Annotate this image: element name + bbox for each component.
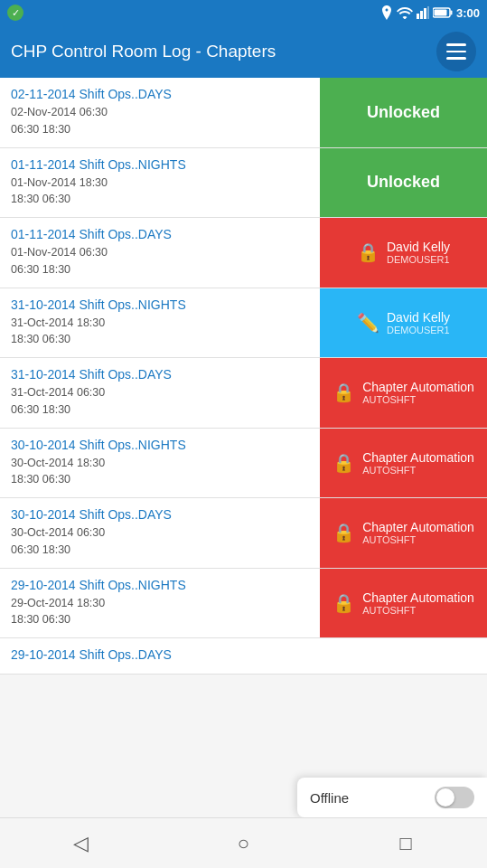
lock-sub-7: AUTOSHFT bbox=[362, 534, 474, 545]
log-info-1: 02-11-2014 Shift Ops..DAYS02-Nov-2014 06… bbox=[0, 78, 320, 147]
home-icon: ○ bbox=[238, 832, 249, 855]
log-date-7: 30-Oct-2014 06:30 bbox=[11, 524, 309, 542]
log-title-6: 30-10-2014 Shift Ops..NIGHTS bbox=[11, 438, 309, 452]
menu-line-1 bbox=[446, 43, 466, 46]
log-row-1[interactable]: 02-11-2014 Shift Ops..DAYS02-Nov-2014 06… bbox=[0, 78, 487, 148]
log-row-5[interactable]: 31-10-2014 Shift Ops..DAYS31-Oct-2014 06… bbox=[0, 358, 487, 429]
log-time-1: 06:30 18:30 bbox=[11, 121, 309, 138]
status-btn-7[interactable]: 🔒Chapter AutomationAUTOSHFT bbox=[320, 498, 487, 568]
log-row-3[interactable]: 01-11-2014 Shift Ops..DAYS01-Nov-2014 06… bbox=[0, 218, 487, 288]
log-row-9[interactable]: 29-10-2014 Shift Ops..DAYS bbox=[0, 638, 487, 675]
log-row-6[interactable]: 30-10-2014 Shift Ops..NIGHTS30-Oct-2014 … bbox=[0, 429, 487, 499]
status-time: 3:00 bbox=[456, 6, 480, 20]
lock-user-5: Chapter Automation bbox=[362, 380, 474, 394]
lock-icon-8: 🔒 bbox=[332, 592, 355, 614]
wifi-icon bbox=[397, 6, 413, 19]
log-row-7[interactable]: 30-10-2014 Shift Ops..DAYS30-Oct-2014 06… bbox=[0, 498, 487, 569]
log-time-2: 18:30 06:30 bbox=[11, 191, 309, 208]
svg-rect-1 bbox=[420, 11, 423, 19]
back-button[interactable]: ◁ bbox=[61, 824, 101, 863]
page-title: CHP Control Room Log - Chapters bbox=[11, 42, 276, 61]
menu-button[interactable] bbox=[436, 32, 476, 71]
log-date-1: 02-Nov-2014 06:30 bbox=[11, 104, 309, 121]
log-title-5: 31-10-2014 Shift Ops..DAYS bbox=[11, 367, 309, 382]
svg-rect-0 bbox=[417, 14, 419, 19]
lock-user-6: Chapter Automation bbox=[362, 450, 474, 465]
log-title-9: 29-10-2014 Shift Ops..DAYS bbox=[11, 647, 476, 662]
status-btn-2[interactable]: Unlocked bbox=[320, 148, 487, 218]
log-info-7: 30-10-2014 Shift Ops..DAYS30-Oct-2014 06… bbox=[0, 498, 320, 568]
app-header: CHP Control Room Log - Chapters bbox=[0, 25, 487, 78]
log-info-2: 01-11-2014 Shift Ops..NIGHTS01-Nov-2014 … bbox=[0, 148, 320, 218]
check-status: ✓ bbox=[7, 5, 23, 21]
lock-icon-7: 🔒 bbox=[332, 522, 355, 543]
status-btn-8[interactable]: 🔒Chapter AutomationAUTOSHFT bbox=[320, 569, 487, 638]
lock-sub-6: AUTOSHFT bbox=[362, 465, 474, 476]
log-date-5: 31-Oct-2014 06:30 bbox=[11, 384, 309, 401]
menu-line-2 bbox=[446, 51, 466, 53]
svg-rect-6 bbox=[434, 10, 446, 16]
svg-rect-2 bbox=[424, 8, 426, 19]
log-info-9: 29-10-2014 Shift Ops..DAYS bbox=[0, 638, 487, 674]
lock-sub-8: AUTOSHFT bbox=[362, 605, 474, 616]
log-date-2: 01-Nov-2014 18:30 bbox=[11, 175, 309, 192]
log-time-3: 06:30 18:30 bbox=[11, 261, 309, 278]
lock-sub-3: DEMOUSER1 bbox=[387, 254, 450, 265]
status-btn-6[interactable]: 🔒Chapter AutomationAUTOSHFT bbox=[320, 429, 487, 498]
battery-icon bbox=[433, 7, 453, 18]
log-info-5: 31-10-2014 Shift Ops..DAYS31-Oct-2014 06… bbox=[0, 358, 320, 428]
lock-user-8: Chapter Automation bbox=[362, 590, 474, 605]
toggle-thumb bbox=[436, 788, 454, 807]
log-time-6: 18:30 06:30 bbox=[11, 471, 309, 488]
recents-button[interactable]: □ bbox=[386, 824, 426, 863]
lock-icon-6: 🔒 bbox=[332, 452, 355, 474]
log-title-7: 30-10-2014 Shift Ops..DAYS bbox=[11, 507, 309, 522]
status-btn-5[interactable]: 🔒Chapter AutomationAUTOSHFT bbox=[320, 358, 487, 428]
check-icon: ✓ bbox=[7, 5, 23, 21]
lock-icon-5: 🔒 bbox=[332, 382, 355, 403]
log-row-4[interactable]: 31-10-2014 Shift Ops..NIGHTS31-Oct-2014 … bbox=[0, 288, 487, 359]
log-title-4: 31-10-2014 Shift Ops..NIGHTS bbox=[11, 297, 309, 312]
log-time-8: 18:30 06:30 bbox=[11, 611, 309, 628]
log-info-6: 30-10-2014 Shift Ops..NIGHTS30-Oct-2014 … bbox=[0, 429, 320, 498]
log-title-8: 29-10-2014 Shift Ops..NIGHTS bbox=[11, 578, 309, 592]
edit-icon-4: ✏️ bbox=[357, 312, 379, 334]
lock-user-7: Chapter Automation bbox=[362, 520, 474, 534]
lock-sub-5: AUTOSHFT bbox=[362, 394, 474, 405]
log-list: 02-11-2014 Shift Ops..DAYS02-Nov-2014 06… bbox=[0, 78, 487, 817]
lock-sub-4: DEMOUSER1 bbox=[387, 325, 450, 335]
status-btn-1[interactable]: Unlocked bbox=[320, 78, 487, 147]
home-button[interactable]: ○ bbox=[223, 824, 263, 863]
log-time-4: 18:30 06:30 bbox=[11, 331, 309, 348]
offline-toggle[interactable] bbox=[435, 787, 474, 808]
status-btn-4[interactable]: ✏️David KellyDEMOUSER1 bbox=[320, 288, 487, 358]
log-info-4: 31-10-2014 Shift Ops..NIGHTS31-Oct-2014 … bbox=[0, 288, 320, 358]
status-btn-3[interactable]: 🔒David KellyDEMOUSER1 bbox=[320, 218, 487, 288]
menu-line-3 bbox=[446, 57, 466, 60]
lock-user-4: David Kelly bbox=[387, 310, 450, 325]
lock-user-3: David Kelly bbox=[387, 240, 450, 254]
offline-bar: Offline bbox=[297, 778, 487, 817]
log-info-3: 01-11-2014 Shift Ops..DAYS01-Nov-2014 06… bbox=[0, 218, 320, 288]
log-row-8[interactable]: 29-10-2014 Shift Ops..NIGHTS29-Oct-2014 … bbox=[0, 569, 487, 639]
svg-rect-5 bbox=[450, 11, 452, 15]
log-date-3: 01-Nov-2014 06:30 bbox=[11, 244, 309, 261]
log-date-6: 30-Oct-2014 18:30 bbox=[11, 455, 309, 472]
bottom-navigation: ◁ ○ □ bbox=[0, 817, 487, 868]
offline-label: Offline bbox=[310, 790, 349, 806]
log-date-8: 29-Oct-2014 18:30 bbox=[11, 595, 309, 612]
log-title-1: 02-11-2014 Shift Ops..DAYS bbox=[11, 87, 309, 101]
status-icons: 3:00 bbox=[380, 5, 480, 20]
log-row-2[interactable]: 01-11-2014 Shift Ops..NIGHTS01-Nov-2014 … bbox=[0, 148, 487, 219]
location-icon bbox=[380, 5, 393, 20]
back-icon: ◁ bbox=[73, 832, 89, 855]
svg-rect-3 bbox=[427, 6, 429, 19]
recents-icon: □ bbox=[399, 832, 411, 855]
log-date-4: 31-Oct-2014 18:30 bbox=[11, 315, 309, 332]
log-title-2: 01-11-2014 Shift Ops..NIGHTS bbox=[11, 157, 309, 172]
log-title-3: 01-11-2014 Shift Ops..DAYS bbox=[11, 227, 309, 241]
log-info-8: 29-10-2014 Shift Ops..NIGHTS29-Oct-2014 … bbox=[0, 569, 320, 638]
signal-icon bbox=[417, 6, 429, 19]
log-time-5: 06:30 18:30 bbox=[11, 401, 309, 419]
lock-icon-3: 🔒 bbox=[357, 241, 379, 263]
